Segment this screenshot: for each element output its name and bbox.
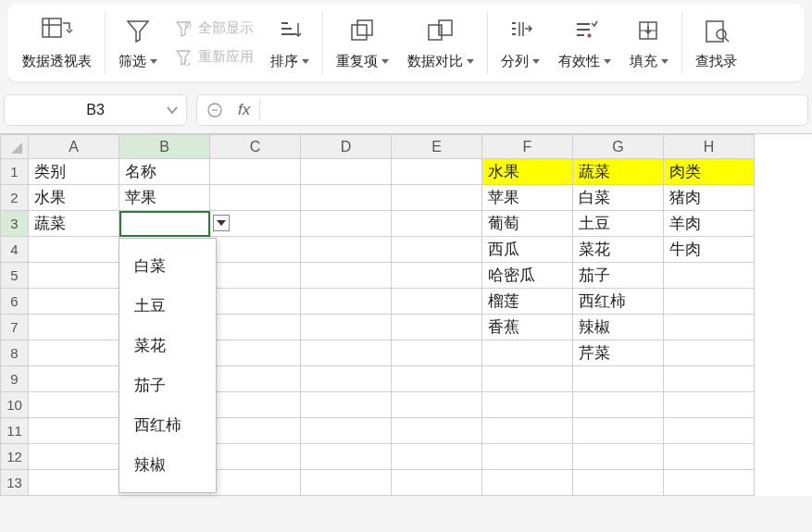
show-all-button[interactable]: 全部显示 — [172, 16, 256, 41]
row-header-11[interactable]: 11 — [1, 418, 29, 444]
row-header-3[interactable]: 3 — [1, 211, 29, 237]
row-header-8[interactable]: 8 — [1, 340, 29, 366]
cell-C12[interactable] — [210, 444, 301, 470]
cell-C7[interactable] — [210, 315, 301, 340]
select-all-corner[interactable] — [1, 135, 29, 159]
cell-F5[interactable]: 哈密瓜 — [482, 263, 573, 289]
dropdown-item[interactable]: 土豆 — [119, 286, 216, 326]
validity-button[interactable]: 有效性 — [549, 16, 620, 70]
cell-E11[interactable] — [392, 418, 482, 444]
row-header-6[interactable]: 6 — [1, 289, 29, 315]
row-header-13[interactable]: 13 — [1, 470, 29, 496]
data-compare-button[interactable]: 数据对比 — [398, 16, 483, 70]
cell-D2[interactable] — [301, 185, 392, 211]
cell-C4[interactable] — [210, 237, 301, 263]
cell-E6[interactable] — [392, 289, 482, 315]
cell-E2[interactable] — [392, 185, 482, 211]
cell-H2[interactable]: 猪肉 — [664, 185, 755, 211]
dropdown-item[interactable]: 茄子 — [119, 365, 216, 405]
validation-dropdown[interactable]: 白菜土豆菜花茄子西红柿辣椒 — [119, 238, 217, 493]
cell-A2[interactable]: 水果 — [29, 185, 119, 211]
cell-C8[interactable] — [210, 340, 301, 366]
cell-F11[interactable] — [482, 418, 573, 444]
cell-A1[interactable]: 类别 — [29, 159, 119, 185]
cell-G8[interactable]: 芹菜 — [573, 340, 664, 366]
cell-D7[interactable] — [301, 315, 392, 340]
cell-C1[interactable] — [210, 159, 301, 185]
cell-A3[interactable]: 蔬菜 — [29, 211, 119, 237]
cell-C13[interactable] — [210, 470, 301, 496]
cell-H3[interactable]: 羊肉 — [664, 211, 755, 237]
cell-A4[interactable] — [29, 237, 119, 263]
cell-F7[interactable]: 香蕉 — [482, 315, 573, 340]
filter-button[interactable]: 筛选 — [109, 16, 167, 70]
cell-E1[interactable] — [392, 159, 482, 185]
column-header-B[interactable]: B — [119, 135, 210, 159]
dropdown-item[interactable]: 西红柿 — [119, 405, 216, 445]
cell-G1[interactable]: 蔬菜 — [573, 159, 664, 185]
cell-E7[interactable] — [392, 315, 482, 340]
formula-input[interactable] — [266, 103, 800, 118]
cell-H12[interactable] — [664, 444, 755, 470]
cell-C11[interactable] — [210, 418, 301, 444]
column-header-D[interactable]: D — [301, 135, 392, 159]
cell-D8[interactable] — [301, 340, 392, 366]
cell-D13[interactable] — [301, 470, 392, 496]
cell-D3[interactable] — [301, 211, 392, 237]
cell-E4[interactable] — [392, 237, 482, 263]
cell-E8[interactable] — [392, 340, 482, 366]
dropdown-item[interactable]: 菜花 — [119, 326, 216, 365]
cell-G4[interactable]: 菜花 — [573, 237, 664, 263]
cell-F10[interactable] — [482, 392, 573, 418]
cell-F4[interactable]: 西瓜 — [482, 237, 573, 263]
cell-G10[interactable] — [573, 392, 664, 418]
column-header-H[interactable]: H — [664, 135, 755, 159]
cell-D5[interactable] — [301, 263, 392, 289]
cell-D1[interactable] — [301, 159, 392, 185]
cell-G2[interactable]: 白菜 — [573, 185, 664, 211]
cell-F1[interactable]: 水果 — [482, 159, 573, 185]
cell-D9[interactable] — [301, 366, 392, 392]
reapply-button[interactable]: 重新应用 — [172, 44, 256, 69]
cell-B3[interactable] — [119, 211, 210, 237]
cell-H5[interactable] — [664, 263, 755, 289]
row-header-9[interactable]: 9 — [1, 366, 29, 392]
cell-E9[interactable] — [392, 366, 482, 392]
cell-F6[interactable]: 榴莲 — [482, 289, 573, 315]
cell-A8[interactable] — [29, 340, 119, 366]
cell-G13[interactable] — [573, 470, 664, 496]
row-header-10[interactable]: 10 — [1, 392, 29, 418]
row-header-1[interactable]: 1 — [1, 159, 29, 185]
cell-D10[interactable] — [301, 392, 392, 418]
row-header-12[interactable]: 12 — [1, 444, 29, 470]
cell-A5[interactable] — [29, 263, 119, 289]
cell-C2[interactable] — [210, 185, 301, 211]
cell-G11[interactable] — [573, 418, 664, 444]
cell-A10[interactable] — [29, 392, 119, 418]
fx-label[interactable]: fx — [238, 101, 250, 119]
column-header-G[interactable]: G — [573, 135, 664, 159]
cell-A12[interactable] — [29, 444, 119, 470]
cell-H4[interactable]: 牛肉 — [664, 237, 755, 263]
dropdown-toggle[interactable] — [213, 215, 230, 231]
column-header-C[interactable]: C — [210, 135, 301, 159]
cell-H9[interactable] — [664, 366, 755, 392]
column-header-E[interactable]: E — [392, 135, 482, 159]
cell-C10[interactable] — [210, 392, 301, 418]
row-header-2[interactable]: 2 — [1, 185, 29, 211]
cell-G12[interactable] — [573, 444, 664, 470]
spreadsheet-grid[interactable]: ABCDEFGH1类别名称水果蔬菜肉类2水果苹果苹果白菜猪肉3蔬菜葡萄土豆羊肉4… — [0, 133, 812, 496]
cell-H13[interactable] — [664, 470, 755, 496]
sort-button[interactable]: 排序 — [261, 16, 319, 70]
cancel-icon[interactable] — [205, 100, 225, 120]
cell-G5[interactable]: 茄子 — [573, 263, 664, 289]
split-button[interactable]: 分列 — [492, 16, 549, 70]
cell-H1[interactable]: 肉类 — [664, 159, 755, 185]
cell-E3[interactable] — [392, 211, 482, 237]
cell-D12[interactable] — [301, 444, 392, 470]
cell-F13[interactable] — [482, 470, 573, 496]
cell-F2[interactable]: 苹果 — [482, 185, 573, 211]
cell-D6[interactable] — [301, 289, 392, 315]
name-box[interactable]: B3 — [4, 94, 187, 126]
cell-A7[interactable] — [29, 315, 119, 340]
